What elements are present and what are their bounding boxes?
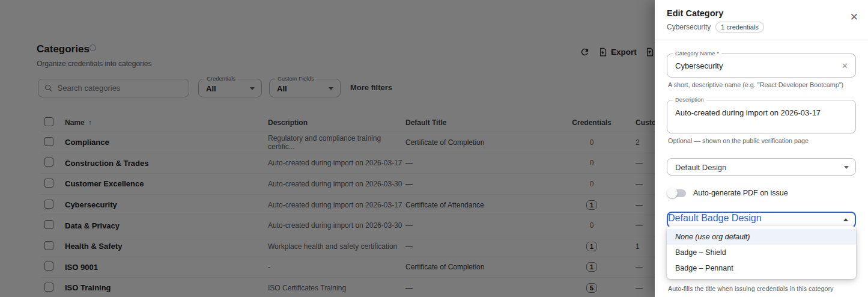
default-badge-design-select[interactable]: Default Badge Design <box>667 212 856 228</box>
description-helper: Optional — shown on the public verificat… <box>668 137 856 144</box>
default-badge-design-label: Default Badge Design <box>668 213 762 223</box>
close-icon[interactable]: ✕ <box>850 12 858 22</box>
divider <box>655 40 868 40</box>
badge-design-dropdown-menu: None (use org default)Badge – ShieldBadg… <box>667 226 856 279</box>
dropdown-option[interactable]: Badge – Shield <box>667 245 856 260</box>
edit-category-panel: Edit Category Cybersecurity 1 credential… <box>655 0 868 297</box>
category-name-field[interactable]: Category Name * Cybersecurity ✕ <box>667 54 856 78</box>
panel-header: Edit Category Cybersecurity 1 credential… <box>655 0 868 40</box>
chevron-down-icon <box>844 166 849 169</box>
dropdown-option[interactable]: Badge – Pennant <box>667 260 856 276</box>
dropdown-option[interactable]: None (use org default) <box>667 229 856 245</box>
category-name-label: Category Name * <box>673 50 721 57</box>
default-title-helper: Auto-fills the title when issuing creden… <box>668 285 833 292</box>
description-label: Description <box>673 96 706 103</box>
default-design-value: Default Design <box>675 162 726 171</box>
pdf-toggle-row: Auto-generate PDF on issue <box>668 189 856 197</box>
panel-title: Edit Category <box>667 8 856 18</box>
pdf-toggle-label: Auto-generate PDF on issue <box>693 189 788 197</box>
clear-icon[interactable]: ✕ <box>842 61 848 70</box>
category-name-value[interactable]: Cybersecurity <box>667 54 855 70</box>
auto-generate-pdf-toggle[interactable] <box>668 189 686 197</box>
default-design-select[interactable]: Default Design <box>667 158 856 176</box>
category-name-helper: A short, descriptive name (e.g. "React D… <box>668 81 856 88</box>
app-window: Categories Organize credentials into cat… <box>0 0 868 297</box>
toggle-knob <box>667 188 678 198</box>
description-value[interactable]: Auto-created during import on 2026-03-17 <box>667 100 855 117</box>
description-field[interactable]: Description Auto-created during import o… <box>667 100 856 133</box>
credentials-count-chip: 1 credentials <box>715 22 763 32</box>
chevron-up-icon <box>843 218 848 221</box>
panel-subtitle: Cybersecurity <box>667 23 711 31</box>
